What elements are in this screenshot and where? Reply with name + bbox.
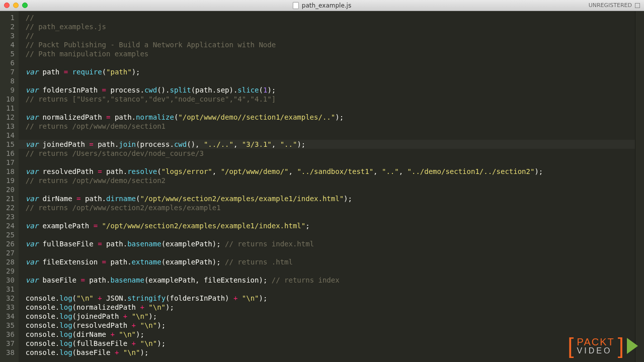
code-line[interactable]: var fullBaseFile = path.basename(example… xyxy=(26,239,635,248)
code-line[interactable]: console.log(joinedPath + "\n"); xyxy=(26,312,635,321)
line-number: 25 xyxy=(6,230,15,239)
token-var: (examplePath); xyxy=(162,258,225,266)
token-func: log xyxy=(59,348,72,356)
token-op: = xyxy=(98,240,102,248)
code-line[interactable]: // returns /opt/www/section2/examples/ex… xyxy=(26,203,635,212)
token-func: log xyxy=(59,303,72,311)
token-func: resolve xyxy=(127,167,157,175)
token-var xyxy=(127,312,131,320)
code-line[interactable] xyxy=(26,104,635,113)
code-line[interactable]: console.log(normalizedPath + "\n"); xyxy=(26,303,635,312)
token-punct: , xyxy=(373,167,382,175)
code-line[interactable]: // Packt Publishing - Build a Network Ap… xyxy=(26,40,635,49)
editor-area[interactable]: 1234567891011121314151617181920212223242… xyxy=(0,11,644,362)
code-line[interactable]: // Path manipulation examples xyxy=(26,49,635,58)
code-line[interactable]: // xyxy=(26,31,635,40)
code-line[interactable] xyxy=(26,230,635,239)
token-var: (joinedPath xyxy=(72,312,123,320)
token-var: examplePath xyxy=(38,222,94,230)
token-string: "../sandbox/test1" xyxy=(297,167,373,175)
line-number: 6 xyxy=(6,58,15,67)
code-line[interactable] xyxy=(26,248,635,257)
token-punct: ); xyxy=(297,140,305,148)
code-line[interactable]: // returns /Users/stanco/dev/node_course… xyxy=(26,149,635,158)
code-line[interactable]: var path = require("path"); xyxy=(26,67,635,76)
token-op: + xyxy=(123,312,127,320)
token-func: split xyxy=(170,86,191,94)
token-var: (normalizedPath xyxy=(72,303,140,311)
line-number: 3 xyxy=(6,31,15,40)
code-line[interactable]: console.log(dirName + "\n"); xyxy=(26,330,635,339)
window-title: path_example.js xyxy=(293,2,351,9)
token-var: console. xyxy=(26,294,59,302)
code-line[interactable]: // returns /opt/www/demo/section2 xyxy=(26,176,635,185)
code-line[interactable]: var joinedPath = path.join(process.cwd()… xyxy=(26,140,635,149)
code-line[interactable]: console.log("\n" + JSON.stringify(folder… xyxy=(26,294,635,303)
code-line[interactable] xyxy=(26,158,635,167)
token-var: path. xyxy=(80,195,106,203)
code-line[interactable]: var examplePath = "/opt/www/section2/exa… xyxy=(26,221,635,230)
code-line[interactable]: var dirName = path.dirname("/opt/www/sec… xyxy=(26,194,635,203)
token-punct: , xyxy=(233,140,242,148)
token-var: JSON. xyxy=(102,294,128,302)
token-func: normalize xyxy=(136,113,174,121)
code-line[interactable] xyxy=(26,212,635,221)
token-punct: ); xyxy=(157,321,166,329)
code-line[interactable] xyxy=(26,285,635,294)
token-punct: ); xyxy=(166,303,174,311)
code-line[interactable]: console.log(resolvedPath + "\n"); xyxy=(26,321,635,330)
code-line[interactable] xyxy=(26,185,635,194)
code-line[interactable] xyxy=(26,131,635,140)
code-body[interactable]: //// path_examples.js//// Packt Publishi… xyxy=(19,11,635,362)
token-func: extname xyxy=(132,258,162,266)
token-var: path xyxy=(38,68,64,76)
token-punct: ; xyxy=(136,68,140,76)
code-line[interactable]: console.log(fullBaseFile + "\n"); xyxy=(26,339,635,348)
minimap[interactable] xyxy=(635,11,644,362)
token-var: console. xyxy=(26,303,59,311)
code-line[interactable]: // returns ["Users","stanco","dev","node… xyxy=(26,95,635,104)
token-var: console. xyxy=(26,312,59,320)
token-func: log xyxy=(59,312,72,320)
close-icon[interactable] xyxy=(4,3,10,8)
code-line[interactable] xyxy=(26,76,635,85)
token-var: (baseFile xyxy=(72,348,115,356)
minimize-icon[interactable] xyxy=(13,3,19,8)
token-string: "/opt/www/section2/examples/example1/ind… xyxy=(140,195,344,203)
code-line[interactable]: // xyxy=(26,13,635,22)
code-line[interactable]: var foldersInPath = process.cwd().split(… xyxy=(26,85,635,95)
token-comment: // returns /opt/www/demo/section2 xyxy=(26,176,166,185)
line-number: 26 xyxy=(6,239,15,248)
line-number: 15 xyxy=(6,140,15,149)
token-var: (), xyxy=(187,140,204,148)
code-line[interactable]: console.log(baseFile + "\n"); xyxy=(26,348,635,357)
token-storage: var xyxy=(26,222,38,230)
token-var: baseFile xyxy=(38,276,80,284)
token-storage: var xyxy=(26,167,38,175)
code-line[interactable]: // returns /opt/www/demo/section1 xyxy=(26,122,635,131)
code-line[interactable]: var normalizedPath = path.normalize("/op… xyxy=(26,113,635,122)
code-line[interactable] xyxy=(26,266,635,276)
code-line[interactable]: // path_examples.js xyxy=(26,22,635,31)
token-var: console. xyxy=(26,339,59,347)
code-line[interactable]: var resolvedPath = path.resolve("logs/er… xyxy=(26,167,635,176)
token-func: log xyxy=(59,294,72,302)
token-string: "\n" xyxy=(242,294,259,302)
line-number: 34 xyxy=(6,312,15,321)
line-number: 32 xyxy=(6,294,15,303)
line-number: 8 xyxy=(6,76,15,85)
token-var: (examplePath); xyxy=(162,240,225,248)
code-line[interactable]: var baseFile = path.basename(examplePath… xyxy=(26,276,635,285)
token-punct: ); xyxy=(259,294,268,302)
token-punct: (). xyxy=(157,86,170,94)
expand-icon[interactable] xyxy=(635,3,640,8)
code-line[interactable]: var fileExtension = path.extname(example… xyxy=(26,257,635,266)
line-number: 36 xyxy=(6,330,15,339)
code-line[interactable] xyxy=(26,58,635,67)
token-op: + xyxy=(140,303,144,311)
line-number: 5 xyxy=(6,49,15,58)
line-number: 37 xyxy=(6,339,15,348)
token-comment: // returns .html xyxy=(225,258,293,266)
maximize-icon[interactable] xyxy=(22,3,28,8)
token-comment: // returns /opt/www/demo/section1 xyxy=(26,122,166,130)
